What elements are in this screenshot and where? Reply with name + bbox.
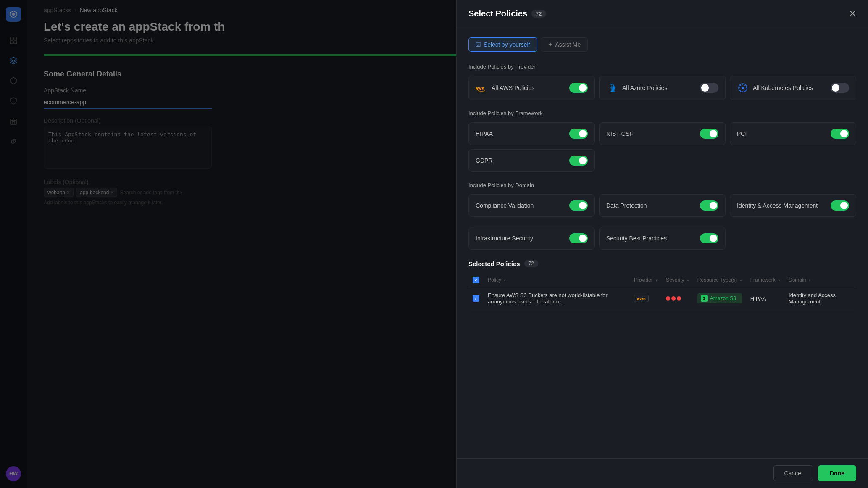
policy-card-data-protection[interactable]: Data Protection <box>599 194 726 217</box>
aws-logo: aws <box>634 295 649 302</box>
policy-card-hipaa[interactable]: HIPAA <box>468 122 595 145</box>
domain-section-label: Include Policies by Domain <box>468 182 856 188</box>
table-row: Ensure AWS S3 Buckets are not world-list… <box>468 287 856 310</box>
selected-policies-title: Selected Policies <box>468 260 520 267</box>
nist-label: NIST-CSF <box>606 130 633 137</box>
identity-access-label: Identity & Access Management <box>737 202 818 209</box>
domain-grid-row1: Compliance Validation Data Protection Id… <box>468 194 856 217</box>
row-checkbox[interactable] <box>473 295 479 302</box>
svg-point-10 <box>742 87 744 89</box>
modal-body: ☑ Select by yourself ✦ Assist Me Include… <box>457 27 868 458</box>
policy-card-compliance-validation[interactable]: Compliance Validation <box>468 194 595 217</box>
col-provider[interactable]: Provider ▾ <box>630 273 662 287</box>
provider-section-label: Include Policies by Provider <box>468 63 856 70</box>
infra-security-label: Infrastructure Security <box>476 235 533 242</box>
select-all-checkbox[interactable] <box>473 277 479 283</box>
hipaa-label: HIPAA <box>476 130 493 137</box>
nist-toggle[interactable] <box>700 129 718 139</box>
compliance-toggle[interactable] <box>569 200 588 211</box>
tab-assist-me[interactable]: ✦ Assist Me <box>541 37 588 52</box>
domain-sort-icon: ▾ <box>809 278 811 282</box>
provider-cell: aws <box>630 287 662 310</box>
select-policies-modal: Select Policies 72 ✕ ☑ Select by yoursel… <box>456 0 868 488</box>
azure-icon <box>606 82 618 94</box>
aws-icon: aws <box>476 82 487 94</box>
policy-card-infra-security[interactable]: Infrastructure Security <box>468 227 595 250</box>
col-policy-label: Policy <box>488 277 501 283</box>
col-resource-types[interactable]: Resource Type(s) ▾ <box>693 273 746 287</box>
identity-access-toggle[interactable] <box>831 200 849 211</box>
modal-title-text: Select Policies <box>468 9 527 18</box>
tab-select-yourself[interactable]: ☑ Select by yourself <box>468 37 537 52</box>
infra-security-toggle[interactable] <box>569 233 588 243</box>
azure-toggle[interactable] <box>700 83 718 93</box>
framework-section-label: Include Policies by Framework <box>468 110 856 116</box>
col-domain[interactable]: Domain ▾ <box>784 273 856 287</box>
amazon-s3-icon: S <box>701 295 708 302</box>
aws-label: All AWS Policies <box>492 84 534 91</box>
gdpr-label-row: GDPR <box>476 157 492 164</box>
policy-card-identity-access[interactable]: Identity & Access Management <box>730 194 856 217</box>
security-best-practices-label: Security Best Practices <box>606 235 667 242</box>
col-framework[interactable]: Framework ▾ <box>746 273 784 287</box>
resource-type-cell: S Amazon S3 <box>693 287 746 310</box>
col-policy[interactable]: Policy ▾ <box>484 273 630 287</box>
col-provider-label: Provider <box>634 277 653 283</box>
aws-toggle[interactable] <box>569 83 588 93</box>
framework-cell: HIPAA <box>746 287 784 310</box>
col-checkbox <box>468 273 484 287</box>
policy-card-azure[interactable]: All Azure Policies <box>599 76 726 100</box>
col-severity[interactable]: Severity ▾ <box>662 273 693 287</box>
data-protection-label: Data Protection <box>606 202 647 209</box>
resource-types-sort-icon: ▾ <box>740 278 742 282</box>
amazon-s3-label: Amazon S3 <box>710 295 736 301</box>
kubernetes-icon <box>737 82 749 94</box>
provider-sort-icon: ▾ <box>655 278 658 282</box>
data-protection-toggle[interactable] <box>700 200 718 211</box>
hipaa-label-row: HIPAA <box>476 130 493 137</box>
modal-close-button[interactable]: ✕ <box>849 8 856 18</box>
row-checkbox-cell <box>468 287 484 310</box>
severity-dots <box>666 296 689 301</box>
done-button[interactable]: Done <box>818 465 856 481</box>
policy-card-gdpr[interactable]: GDPR <box>468 149 595 172</box>
selected-policies-header: Selected Policies 72 <box>468 260 856 267</box>
svg-text:aws: aws <box>476 86 484 91</box>
azure-label-row: All Azure Policies <box>606 82 667 94</box>
nist-label-row: NIST-CSF <box>606 130 633 137</box>
sparkle-icon: ✦ <box>548 41 553 48</box>
policy-card-security-best-practices[interactable]: Security Best Practices <box>599 227 726 250</box>
hipaa-toggle[interactable] <box>569 129 588 139</box>
aws-label-row: aws All AWS Policies <box>476 82 534 94</box>
tab-assist-me-label: Assist Me <box>555 41 581 48</box>
col-severity-label: Severity <box>666 277 684 283</box>
col-framework-label: Framework <box>750 277 776 283</box>
security-best-practices-toggle[interactable] <box>700 233 718 243</box>
selected-policies-badge: 72 <box>524 260 538 267</box>
policy-sort-icon: ▾ <box>504 278 506 282</box>
col-resource-types-label: Resource Type(s) <box>697 277 737 283</box>
tabs-row: ☑ Select by yourself ✦ Assist Me <box>468 37 856 52</box>
col-domain-label: Domain <box>789 277 806 283</box>
severity-dot-3 <box>677 296 681 301</box>
pci-label: PCI <box>737 130 747 137</box>
policy-card-kubernetes[interactable]: All Kubernetes Policies <box>730 76 856 100</box>
modal-title-container: Select Policies 72 <box>468 9 546 18</box>
severity-sort-icon: ▾ <box>687 278 689 282</box>
policy-card-pci[interactable]: PCI <box>730 122 856 145</box>
provider-grid: aws All AWS Policies <box>468 76 856 100</box>
aws-badge: aws <box>634 295 658 302</box>
severity-cell <box>662 287 693 310</box>
policy-card-nist-csf[interactable]: NIST-CSF <box>599 122 726 145</box>
gdpr-label: GDPR <box>476 157 492 164</box>
pci-toggle[interactable] <box>831 129 849 139</box>
k8s-label-row: All Kubernetes Policies <box>737 82 813 94</box>
compliance-label: Compliance Validation <box>476 202 534 209</box>
cancel-button[interactable]: Cancel <box>773 465 813 481</box>
amazon-s3-badge: S Amazon S3 <box>697 293 742 303</box>
policy-card-aws[interactable]: aws All AWS Policies <box>468 76 595 100</box>
gdpr-toggle[interactable] <box>569 156 588 166</box>
k8s-toggle[interactable] <box>831 83 849 93</box>
pci-label-row: PCI <box>737 130 747 137</box>
k8s-label: All Kubernetes Policies <box>753 84 813 91</box>
